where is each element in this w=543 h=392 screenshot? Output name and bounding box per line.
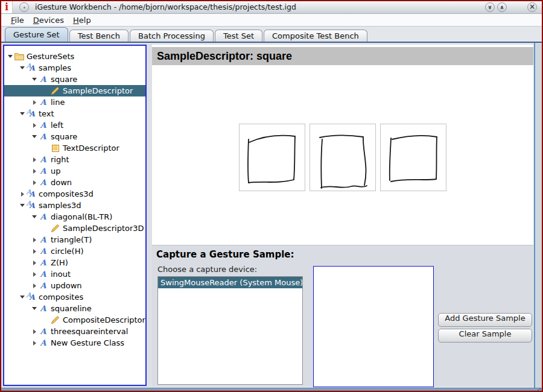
minimize-button[interactable]: ∨ xyxy=(485,2,495,12)
tab-batch-processing[interactable]: Batch Processing xyxy=(130,30,214,42)
gesture-set-icon: AA xyxy=(26,292,36,302)
tree-item-label: square xyxy=(51,74,77,85)
tree-item-updown[interactable]: Aupdown xyxy=(4,280,145,291)
gesture-capture-area[interactable] xyxy=(313,266,434,387)
gesture-sample-3[interactable] xyxy=(380,124,446,191)
collapse-arrow-icon[interactable] xyxy=(31,78,38,81)
gesture-class-icon: A xyxy=(38,178,48,187)
resize-grip[interactable] xyxy=(536,388,541,391)
tree-item-samples3d[interactable]: AAsamples3d xyxy=(4,200,145,211)
expand-arrow-icon[interactable] xyxy=(19,192,26,197)
tree-item-label: samples3d xyxy=(39,200,81,211)
gesture-class-icon: A xyxy=(38,121,48,130)
tree-item-sampledescriptor[interactable]: SampleDescriptor xyxy=(4,85,145,96)
collapse-arrow-icon[interactable] xyxy=(31,215,38,218)
device-list-item[interactable]: SwingMouseReader (System Mouse) xyxy=(158,277,302,288)
collapse-arrow-icon[interactable] xyxy=(19,66,26,69)
tree-item-right[interactable]: Aright xyxy=(4,154,145,165)
tree-item-label: inout xyxy=(51,268,71,280)
gesture-sample-2[interactable] xyxy=(310,124,376,191)
maximize-button[interactable]: ∧ xyxy=(497,2,507,12)
tree-item-composites3d[interactable]: AAcomposites3d xyxy=(4,188,145,200)
tree-item-new-gesture-class[interactable]: ANew Gesture Class xyxy=(4,337,145,349)
tree-item-triangle-t[interactable]: Atriangle(T) xyxy=(4,234,145,245)
descriptor-panel: SampleDescriptor: square xyxy=(152,45,533,245)
descriptor-title: SampleDescriptor: square xyxy=(152,47,533,65)
gesture-sample-1[interactable] xyxy=(239,124,305,191)
pencil-icon xyxy=(50,224,60,233)
tree-item-inout[interactable]: Ainout xyxy=(4,268,145,280)
expand-arrow-icon[interactable] xyxy=(31,238,38,242)
add-gesture-sample-button[interactable]: Add Gesture Sample xyxy=(438,313,532,327)
tree-item-square[interactable]: Asquare xyxy=(4,74,145,85)
expand-arrow-icon[interactable] xyxy=(31,341,38,346)
tree-item-label: diagonal(BL-TR) xyxy=(51,211,112,223)
menu-file[interactable]: File xyxy=(11,16,24,25)
expand-arrow-icon[interactable] xyxy=(31,283,38,288)
tree-item-composites[interactable]: AAcomposites xyxy=(4,291,145,303)
gesture-class-icon: A xyxy=(38,98,48,107)
expand-arrow-icon[interactable] xyxy=(31,249,38,254)
tab-test-set[interactable]: Test Set xyxy=(215,30,262,42)
tab-gesture-set[interactable]: Gesture Set xyxy=(5,27,68,42)
window-menu-button[interactable] xyxy=(19,2,29,12)
tree-item-sampledescriptor3d[interactable]: SampleDescriptor3D xyxy=(4,223,145,234)
collapse-arrow-icon[interactable] xyxy=(19,204,26,207)
tree-item-circle-h[interactable]: Acircle(H) xyxy=(4,245,145,257)
collapse-arrow-icon[interactable] xyxy=(31,135,38,138)
tree-item-gesturesets[interactable]: GestureSets xyxy=(4,51,145,62)
close-icon: × xyxy=(529,2,535,11)
expand-arrow-icon[interactable] xyxy=(31,261,38,265)
gesture-class-icon: A xyxy=(38,247,48,256)
tree-item-square[interactable]: Asquare xyxy=(4,131,145,142)
tree-item-label: SampleDescriptor3D xyxy=(63,223,144,234)
tree-item-threesquareinterval[interactable]: Athreesquareinterval xyxy=(4,326,145,337)
clear-sample-button[interactable]: Clear Sample xyxy=(438,329,532,343)
expand-arrow-icon[interactable] xyxy=(31,100,38,105)
expand-arrow-icon[interactable] xyxy=(31,329,38,334)
main-content: GestureSetsAAsamplesAsquareSampleDescrip… xyxy=(2,43,535,388)
capture-device-label: Choose a capture device: xyxy=(157,265,257,274)
tree-item-text[interactable]: AAtext xyxy=(4,108,145,119)
close-button[interactable]: × xyxy=(527,2,537,12)
collapse-arrow-icon[interactable] xyxy=(19,112,26,115)
tree-item-squareline[interactable]: Asquareline xyxy=(4,303,145,314)
tree-item-line[interactable]: Aline xyxy=(4,96,145,108)
expand-arrow-icon[interactable] xyxy=(31,180,38,185)
gesture-class-icon: A xyxy=(38,270,48,279)
gesture-set-icon: AA xyxy=(26,189,36,198)
tree-item-left[interactable]: Aleft xyxy=(4,119,145,131)
tree-item-down[interactable]: Adown xyxy=(4,177,145,188)
app-window: i iGesture Workbench - /home/bjorn/works… xyxy=(0,0,543,392)
tree-item-label: CompositeDescriptor xyxy=(63,314,145,326)
tree-item-up[interactable]: Aup xyxy=(4,165,145,177)
tree-item-textdescriptor[interactable]: TextDescriptor xyxy=(4,142,145,154)
split-divider[interactable] xyxy=(147,45,152,386)
tree-item-samples[interactable]: AAsamples xyxy=(4,62,145,74)
tab-composite-test-bench[interactable]: Composite Test Bench xyxy=(264,30,367,42)
menu-devices[interactable]: Devices xyxy=(33,16,64,25)
expand-arrow-icon[interactable] xyxy=(31,123,38,128)
tree-item-diagonal-bl-tr[interactable]: Adiagonal(BL-TR) xyxy=(4,211,145,223)
tree-item-label: circle(H) xyxy=(51,245,84,257)
expand-arrow-icon[interactable] xyxy=(31,157,38,162)
collapse-arrow-icon[interactable] xyxy=(19,296,26,299)
tree-item-label: GestureSets xyxy=(27,51,74,62)
tree-item-z-h[interactable]: AZ(H) xyxy=(4,257,145,268)
tab-test-bench[interactable]: Test Bench xyxy=(69,30,129,42)
collapse-arrow-icon[interactable] xyxy=(7,55,14,58)
gesture-class-icon: A xyxy=(38,155,48,164)
tree-item-label: Z(H) xyxy=(51,257,68,268)
window-title: iGesture Workbench - /home/bjorn/workspa… xyxy=(35,1,296,13)
tree-item-compositedescriptor[interactable]: CompositeDescriptor xyxy=(4,314,145,326)
expand-arrow-icon[interactable] xyxy=(31,272,38,277)
expand-arrow-icon[interactable] xyxy=(31,169,38,174)
pencil-icon xyxy=(50,86,60,95)
collapse-arrow-icon[interactable] xyxy=(31,307,38,310)
titlebar[interactable]: i iGesture Workbench - /home/bjorn/works… xyxy=(1,1,542,14)
tree-item-label: left xyxy=(51,119,63,131)
menu-help[interactable]: Help xyxy=(73,16,91,25)
tree-item-label: line xyxy=(51,96,65,108)
tree-item-label: text xyxy=(39,108,54,119)
window-bottom-frame xyxy=(1,388,542,391)
